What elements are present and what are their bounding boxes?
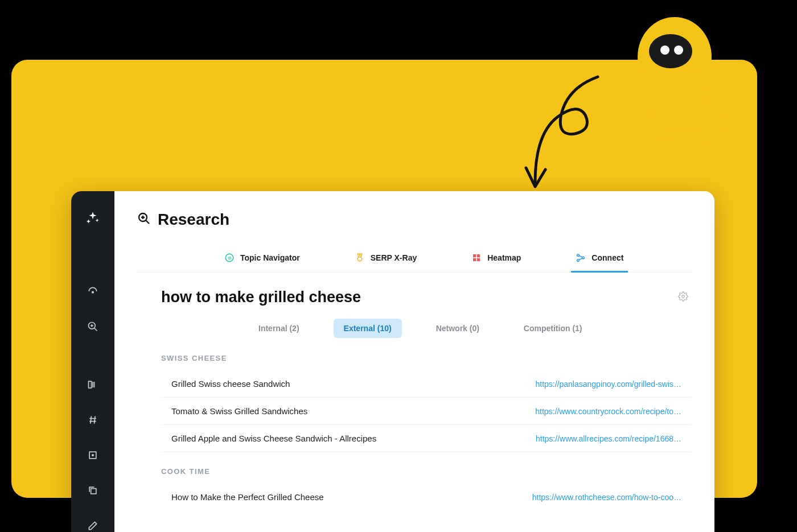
svg-rect-25 bbox=[477, 258, 480, 261]
page-title: Research bbox=[158, 211, 229, 229]
sub-tab-competition[interactable]: Competition (1) bbox=[513, 319, 593, 338]
gauge-icon[interactable] bbox=[80, 279, 105, 304]
hash-icon[interactable] bbox=[80, 407, 105, 432]
tab-label: Connect bbox=[591, 253, 623, 262]
group-header: COOK TIME bbox=[161, 467, 692, 476]
result-row[interactable]: Grilled Swiss cheese Sandwich https://pa… bbox=[161, 370, 692, 398]
edit-icon[interactable] bbox=[80, 513, 105, 532]
sub-tab-internal[interactable]: Internal (2) bbox=[248, 319, 310, 338]
group-header: SWISS CHEESE bbox=[161, 354, 692, 362]
tab-heatmap[interactable]: Heatmap bbox=[467, 245, 525, 273]
result-url[interactable]: https://www.rothcheese.com/how-to-coo… bbox=[532, 493, 681, 502]
svg-marker-20 bbox=[228, 257, 231, 259]
arrow-illustration bbox=[512, 68, 615, 199]
results-list: SWISS CHEESE Grilled Swiss cheese Sandwi… bbox=[137, 354, 692, 510]
svg-point-33 bbox=[649, 34, 692, 68]
compass-icon bbox=[224, 253, 235, 263]
mascot-illustration bbox=[626, 11, 740, 159]
medal-icon bbox=[355, 253, 365, 263]
settings-button[interactable] bbox=[678, 291, 688, 304]
result-title: Grilled Swiss cheese Sandwich bbox=[171, 379, 524, 389]
search-plus-icon[interactable] bbox=[80, 314, 105, 339]
tab-serp-xray[interactable]: SERP X-Ray bbox=[350, 245, 421, 273]
columns-icon[interactable] bbox=[80, 372, 105, 397]
tab-connect[interactable]: Connect bbox=[571, 245, 628, 273]
svg-rect-22 bbox=[473, 254, 476, 257]
svg-line-2 bbox=[95, 328, 97, 331]
sub-tab-external[interactable]: External (10) bbox=[334, 319, 402, 338]
connect-icon bbox=[576, 253, 586, 263]
result-url[interactable]: https://panlasangpinoy.com/grilled-swis… bbox=[535, 380, 681, 389]
svg-rect-5 bbox=[89, 381, 92, 388]
sparkles-icon[interactable] bbox=[85, 211, 100, 228]
svg-line-30 bbox=[579, 258, 582, 260]
tab-topic-navigator[interactable]: Topic Navigator bbox=[220, 245, 305, 273]
result-title: Tomato & Swiss Grilled Sandwiches bbox=[171, 406, 524, 416]
svg-point-31 bbox=[682, 295, 685, 298]
page-header: Research bbox=[137, 211, 692, 229]
svg-point-35 bbox=[674, 46, 683, 55]
search-plus-icon bbox=[137, 212, 151, 228]
result-url[interactable]: https://www.allrecipes.com/recipe/1668… bbox=[536, 434, 681, 443]
app-window: Research Topic Navigator SERP X-Ray bbox=[71, 191, 714, 532]
tab-label: Topic Navigator bbox=[240, 253, 300, 262]
tab-label: SERP X-Ray bbox=[371, 253, 417, 262]
target-box-icon[interactable] bbox=[80, 443, 105, 468]
grid-icon bbox=[471, 253, 482, 263]
svg-point-0 bbox=[92, 291, 94, 293]
svg-rect-24 bbox=[473, 258, 476, 261]
query-row: how to make grilled cheese bbox=[137, 288, 692, 306]
main-tabs: Topic Navigator SERP X-Ray Heatmap bbox=[137, 245, 692, 273]
result-title: How to Make the Perfect Grilled Cheese bbox=[171, 492, 521, 502]
sub-tabs: Internal (2) External (10) Network (0) C… bbox=[137, 319, 692, 338]
result-title: Grilled Apple and Swiss Cheese Sandwich … bbox=[171, 434, 524, 443]
result-row[interactable]: How to Make the Perfect Grilled Cheese h… bbox=[161, 484, 692, 510]
svg-line-16 bbox=[146, 220, 149, 224]
svg-point-36 bbox=[651, 68, 710, 131]
result-url[interactable]: https://www.countrycrock.com/recipe/to… bbox=[535, 407, 681, 416]
tab-label: Heatmap bbox=[487, 253, 521, 262]
sub-tab-network[interactable]: Network (0) bbox=[426, 319, 490, 338]
svg-rect-14 bbox=[91, 489, 96, 494]
svg-line-29 bbox=[579, 255, 582, 257]
svg-rect-23 bbox=[477, 254, 480, 257]
svg-line-11 bbox=[95, 416, 96, 423]
result-row[interactable]: Grilled Apple and Swiss Cheese Sandwich … bbox=[161, 425, 692, 452]
sidebar bbox=[71, 191, 114, 532]
copy-icon[interactable] bbox=[80, 478, 105, 503]
svg-line-10 bbox=[91, 416, 92, 423]
main-panel: Research Topic Navigator SERP X-Ray bbox=[114, 191, 714, 532]
query-text: how to make grilled cheese bbox=[161, 288, 361, 306]
result-row[interactable]: Tomato & Swiss Grilled Sandwiches https:… bbox=[161, 398, 692, 425]
svg-point-13 bbox=[92, 455, 94, 456]
svg-point-21 bbox=[358, 257, 362, 262]
svg-point-34 bbox=[660, 46, 669, 55]
